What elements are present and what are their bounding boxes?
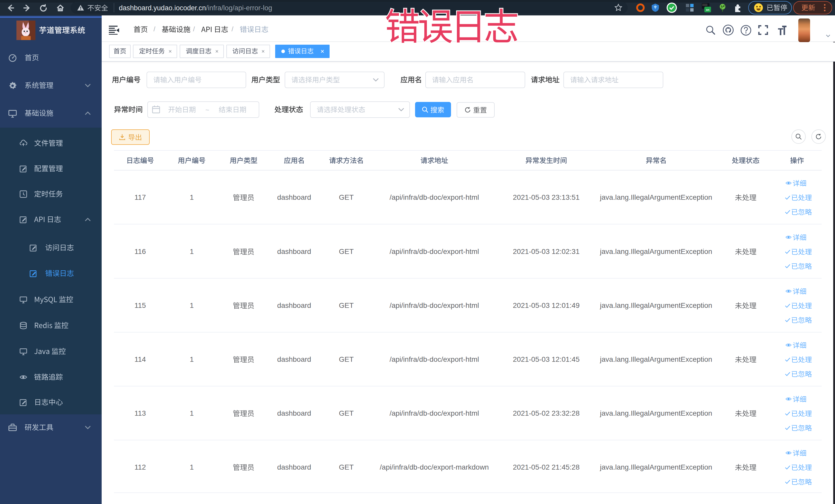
svg-text:on: on bbox=[706, 8, 710, 11]
